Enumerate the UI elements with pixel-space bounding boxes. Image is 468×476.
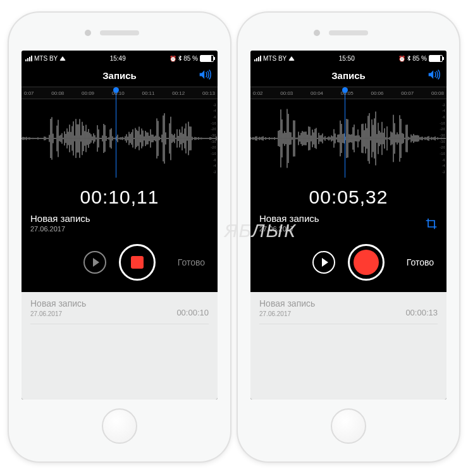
done-button[interactable]: Готово [178,257,205,267]
recording-title: Новая запись [259,213,319,224]
speaker-icon [199,69,211,80]
ruler-tick: 00:09 [82,90,94,96]
ruler-tick: 0:07 [24,90,34,96]
list-item-title: Новая запись [30,298,86,308]
waveform[interactable]: -2-4-6-10-20-30-30-20-10-6-4-2 [22,99,218,178]
phone-speaker [100,30,139,35]
playhead[interactable] [116,88,116,178]
ruler-tick: 00:12 [172,90,185,96]
trim-button[interactable] [425,217,438,233]
list-item[interactable]: Новая запись 27.06.2017 00:00:13 [259,298,438,324]
db-scale: -2-4-6-10-20-30-30-20-10-6-4-2 [205,99,216,178]
phone-left: MTS BY 15:49 85 % Запись 0:0700:0800:090… [9,13,230,461]
record-button[interactable] [348,244,385,281]
screen: MTS BY 15:50 85 % Запись 0:0200:0300:040… [250,51,446,400]
phone-right: MTS BY 15:50 85 % Запись 0:0200:0300:040… [238,13,459,461]
phone-camera [314,30,320,36]
controls: Готово [22,235,218,292]
nav-title: Запись [331,70,366,81]
clock: 15:50 [339,55,355,62]
screen: MTS BY 15:49 85 % Запись 0:0700:0800:090… [22,51,218,400]
list-item-date: 27.06.2017 [30,310,86,317]
list-item-duration: 00:00:13 [405,308,438,317]
done-button[interactable]: Готово [407,257,434,267]
ruler-tick: 00:13 [202,90,215,96]
home-button[interactable] [102,408,137,444]
battery-icon [429,55,443,62]
bluetooth-icon [407,56,410,61]
list-item[interactable]: Новая запись 27.06.2017 00:00:10 [30,298,209,324]
crop-icon [425,217,438,230]
status-bar: MTS BY 15:50 85 % [250,51,446,64]
home-button[interactable] [331,408,366,444]
ruler-tick: 0:02 [253,90,263,96]
phone-camera [85,30,91,36]
playhead[interactable] [345,88,345,178]
ruler-tick: 00:04 [311,90,323,96]
list-item-duration: 00:00:10 [176,308,209,317]
wifi-icon [288,55,295,62]
carrier: MTS BY [34,55,58,62]
controls: Готово [250,235,446,292]
list-item-date: 27.06.2017 [259,310,315,317]
clock: 15:49 [110,55,126,62]
nav-bar: Запись [250,64,446,87]
signal-icon [254,56,261,61]
recording-meta: Новая запись 27.06.2017 [250,213,446,235]
speaker-icon [428,69,440,80]
speaker-button[interactable] [428,69,440,82]
battery-pct: 85 % [412,55,427,62]
timer: 00:10,11 [22,178,218,213]
recording-title: Новая запись [30,213,90,224]
play-button[interactable] [83,251,106,274]
list-item-title: Новая запись [259,298,315,308]
record-button[interactable] [119,244,156,281]
recordings-list: Новая запись 27.06.2017 00:00:13 [250,292,446,400]
carrier: MTS BY [263,55,286,62]
ruler-tick: 00:06 [371,90,383,96]
time-ruler[interactable]: 0:0200:0300:0400:0500:0600:0700:08 [250,87,446,99]
ruler-tick: 00:08 [51,90,64,96]
signal-icon [25,56,32,61]
ruler-tick: 00:11 [142,90,154,96]
alarm-icon [398,55,405,62]
waveform-svg [250,99,446,178]
timer: 00:05,32 [250,178,446,213]
ruler-tick: 00:08 [431,90,444,96]
recording-date: 27.06.2017 [259,225,319,233]
db-scale: -2-4-6-10-20-30-30-20-10-6-4-2 [434,99,445,178]
bluetooth-icon [178,56,182,61]
status-bar: MTS BY 15:49 85 % [22,51,218,64]
ruler-tick: 00:03 [280,90,293,96]
wifi-icon [59,55,66,62]
nav-bar: Запись [22,64,218,87]
recording-date: 27.06.2017 [30,225,90,233]
alarm-icon [169,55,176,62]
battery-icon [200,55,214,62]
waveform[interactable]: -2-4-6-10-20-30-30-20-10-6-4-2 [250,99,446,178]
phone-speaker [329,30,368,35]
recordings-list: Новая запись 27.06.2017 00:00:10 [22,292,218,400]
recording-meta: Новая запись 27.06.2017 [22,213,218,235]
ruler-tick: 00:07 [401,90,414,96]
play-button[interactable] [312,251,335,274]
waveform-svg [22,99,218,178]
speaker-button[interactable] [199,69,211,82]
battery-pct: 85 % [183,55,198,62]
nav-title: Запись [102,70,137,81]
time-ruler[interactable]: 0:0700:0800:0900:1000:1100:1200:13 [22,87,218,99]
